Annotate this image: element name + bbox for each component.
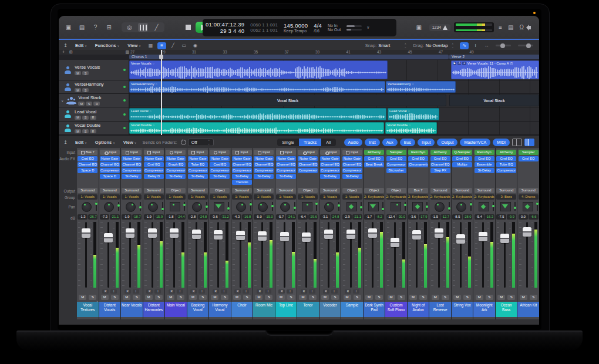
plugin-slot[interactable]: Cnsl EQ (386, 156, 406, 161)
group-slot[interactable]: 2: Keyboards (364, 194, 384, 200)
solo-button[interactable]: S (89, 295, 96, 300)
channel-name[interactable]: Main Vocal (165, 302, 187, 317)
instrument-slot[interactable]: Alchemy (364, 150, 384, 155)
pan-mini-slider[interactable] (162, 202, 163, 211)
plugin-slot[interactable]: Compressor (298, 168, 318, 173)
surround-panner[interactable] (346, 202, 357, 211)
vertical-auto-zoom-icon[interactable]: Ι (471, 42, 480, 49)
solo-button[interactable]: S (375, 295, 383, 300)
mute-button[interactable]: M (365, 295, 373, 300)
plugin-slot[interactable]: St-Delay (122, 174, 142, 179)
surround-panner[interactable] (523, 202, 533, 211)
pan-knob[interactable] (324, 202, 334, 212)
mute-button[interactable]: M (432, 295, 439, 300)
pan-mini-slider[interactable] (405, 202, 406, 211)
stop-button[interactable] (186, 25, 191, 30)
plugin-slot[interactable]: Noise Gate (166, 156, 186, 161)
drag-select[interactable]: No Overlap (426, 43, 448, 48)
plugin-slot[interactable]: St-Delay (320, 174, 340, 179)
channel-strip[interactable]: Q-SamplerCnsl EQMultiprSurround2: Keyboa… (452, 148, 473, 319)
mute-button[interactable]: M (145, 295, 153, 300)
channel-name[interactable]: Distant Harmonies (143, 302, 165, 317)
mixer-hide-panel-icon[interactable]: ↥ (61, 139, 70, 146)
smart-controls-icon[interactable]: ◎ (124, 23, 134, 32)
record-enable-button[interactable]: R (190, 289, 197, 294)
group-slot[interactable]: 1: Vocals (122, 194, 142, 200)
region[interactable]: VerseHarmony○ (129, 81, 385, 93)
pan-mini-slider[interactable] (493, 202, 494, 211)
plugin-slot[interactable]: Compressor (276, 168, 296, 173)
output-slot[interactable]: Surround (122, 188, 142, 193)
pan-knob[interactable] (280, 202, 290, 212)
sends-power-icon[interactable] (181, 140, 186, 145)
channel-name[interactable]: Near Vocals (121, 302, 143, 317)
output-slot[interactable]: Surround (452, 188, 472, 193)
plugin-slot[interactable]: Tube EQ (496, 162, 516, 167)
record-enable-button[interactable]: R (102, 289, 109, 294)
mute-button[interactable]: M (233, 295, 241, 300)
plugin-slot[interactable]: Compressor (188, 168, 208, 173)
channel-strip[interactable]: Bus 7Cnsl EQChannel EQSpace DSurround1: … (77, 148, 99, 319)
catch-playhead-icon[interactable]: ∿ (460, 42, 469, 49)
channel-strip[interactable]: AlchemyCnsl EQChannel EQStep FXSurround2… (429, 148, 451, 319)
track-header[interactable]: Vocal DoubleMSR (59, 122, 129, 134)
surround-panner[interactable] (500, 202, 511, 211)
plugin-slot[interactable]: Noise Gate (210, 156, 230, 161)
channel-name[interactable]: Night of Avalon (408, 302, 429, 317)
view-menu[interactable]: View∨ (127, 43, 141, 48)
arrangement-marker[interactable]: Verse 2 (449, 55, 539, 59)
input-monitor-button[interactable]: I (243, 289, 249, 294)
fader-handle[interactable] (302, 232, 311, 242)
region[interactable]: Vocal Double○ (129, 122, 384, 134)
fader-handle[interactable] (500, 234, 509, 243)
solo-button[interactable]: S (331, 295, 339, 300)
plugin-slot[interactable]: Compressor (100, 168, 120, 173)
output-slot[interactable]: Object (210, 188, 230, 193)
plugin-slot[interactable]: Noise Gate (122, 156, 142, 161)
hide-panel-icon[interactable]: ↥ (61, 42, 70, 49)
instrument-slot[interactable]: Q-Sampler (452, 150, 472, 155)
plugin-slot[interactable]: Channel EQ (430, 162, 450, 167)
track-lane[interactable]: VerseHarmony○VerseHarmony○ (129, 80, 539, 93)
pan-knob[interactable] (236, 202, 246, 212)
input-monitor-button[interactable]: I (198, 289, 205, 294)
plugin-slot[interactable]: Noise Gate (254, 156, 274, 161)
input-monitor-button[interactable]: I (331, 289, 338, 294)
solo-button[interactable]: S (486, 295, 493, 300)
pan-mini-slider[interactable] (514, 202, 516, 211)
channel-name[interactable]: Backing Vocal (187, 302, 209, 317)
plugin-slot[interactable]: Noise Gate (320, 156, 340, 161)
mixer-view-menu[interactable]: View∨ (123, 140, 137, 145)
pan-knob[interactable] (258, 202, 268, 212)
plugin-slot[interactable]: Compressor (210, 168, 230, 173)
plugin-slot[interactable]: Channel EQ (320, 162, 340, 167)
mute-button[interactable]: M (321, 295, 329, 300)
track-lane[interactable]: Vocal StackVocal Stack (129, 94, 539, 107)
comp-icon[interactable]: ∧ (462, 62, 466, 65)
metronome-icon[interactable] (443, 25, 447, 30)
pan-knob[interactable] (148, 202, 158, 212)
surround-panner[interactable] (368, 202, 379, 211)
mute-button[interactable]: M (75, 129, 81, 133)
channel-name[interactable]: Top Line (275, 302, 297, 317)
fader-handle[interactable] (456, 234, 465, 244)
surround-panner[interactable] (170, 202, 180, 211)
fader-handle[interactable] (148, 228, 157, 238)
input-monitor-button[interactable]: I (221, 289, 227, 294)
loop-browser-icon[interactable]: Ω (519, 24, 525, 31)
channel-name[interactable]: Custom Soft Piano (385, 302, 407, 317)
input-monitor-button[interactable]: I (154, 289, 161, 294)
group-slot[interactable]: 2: Keyboards (475, 194, 494, 200)
output-slot[interactable]: Surround (519, 188, 539, 193)
pan-mini-slider[interactable] (228, 202, 229, 211)
pan-knob[interactable] (82, 202, 92, 212)
fader-handle[interactable] (368, 228, 377, 238)
group-slot[interactable]: 1: Vocals (276, 194, 296, 200)
plugin-slot[interactable]: Ensemble (475, 162, 494, 167)
channel-strip[interactable]: InputNoise GateCnsl EQCompressorDelay DS… (143, 148, 165, 319)
plugin-slot[interactable]: Compressor (122, 168, 142, 173)
channel-name[interactable]: Vocal Textures (77, 302, 99, 317)
plugin-slot[interactable]: Chromaverb (408, 162, 428, 167)
solo-button[interactable]: S (199, 295, 207, 300)
input-slot[interactable]: Input (210, 150, 230, 155)
